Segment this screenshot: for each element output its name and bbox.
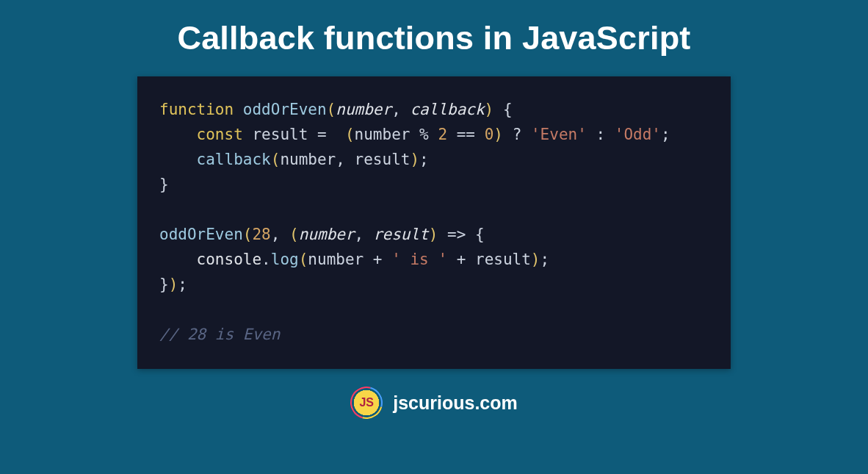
tok-num: 0 xyxy=(485,126,494,143)
tok-brace: { xyxy=(503,101,513,118)
tok-op: + xyxy=(373,251,383,268)
site-name: jscurious.com xyxy=(393,392,518,414)
tok-op: = xyxy=(317,126,327,143)
tok-comma: , xyxy=(336,151,345,168)
code-block: function oddOrEven(number, callback) { c… xyxy=(137,76,731,369)
tok-paren: ( xyxy=(271,151,281,168)
tok-brace: } xyxy=(159,276,169,293)
footer: JS jscurious.com xyxy=(350,387,518,419)
logo-text: JS xyxy=(359,396,374,409)
tok-arrow: => xyxy=(447,226,466,243)
tok-obj: console xyxy=(197,251,262,268)
tok-fnname: oddOrEven xyxy=(243,101,327,118)
page-title: Callback functions in JavaScript xyxy=(177,19,690,57)
tok-comma: , xyxy=(355,226,364,243)
tok-paren: ( xyxy=(327,101,336,118)
tok-paren: ) xyxy=(485,101,494,118)
tok-paren: ( xyxy=(243,226,253,243)
tok-str: 'Odd' xyxy=(615,126,661,143)
tok-comment: // 28 is Even xyxy=(159,326,280,343)
tok-str: 'Even' xyxy=(531,126,587,143)
tok-comma: , xyxy=(391,101,401,118)
tok-paren: ) xyxy=(429,226,438,243)
code-content: function oddOrEven(number, callback) { c… xyxy=(159,97,709,347)
tok-op: + xyxy=(457,251,466,268)
tok-paren: ) xyxy=(531,251,540,268)
tok-op: ? xyxy=(513,126,522,143)
tok-ident: number xyxy=(280,151,336,168)
tok-ident: number xyxy=(355,126,411,143)
tok-paren: ( xyxy=(299,251,308,268)
tok-op: % xyxy=(419,126,429,143)
tok-param: number xyxy=(299,226,355,243)
tok-fnname: oddOrEven xyxy=(159,226,243,243)
tok-num: 2 xyxy=(438,126,447,143)
tok-semi: ; xyxy=(419,151,429,168)
tok-param: callback xyxy=(410,101,484,118)
tok-paren: ( xyxy=(345,126,355,143)
tok-dot: . xyxy=(261,251,271,268)
tok-op: == xyxy=(457,126,475,143)
tok-ident: result xyxy=(252,126,308,143)
tok-paren: ) xyxy=(410,151,419,168)
tok-comma: , xyxy=(271,226,281,243)
tok-param: number xyxy=(336,101,391,118)
tok-kw: const xyxy=(197,126,243,143)
tok-ident: result xyxy=(355,151,411,168)
tok-semi: ; xyxy=(540,251,550,268)
tok-str: ' is ' xyxy=(391,251,447,268)
tok-semi: ; xyxy=(661,126,670,143)
tok-kw: function xyxy=(159,101,234,118)
tok-param: result xyxy=(373,226,429,243)
tok-semi: ; xyxy=(178,276,187,293)
tok-paren: ( xyxy=(289,226,299,243)
js-logo-icon: JS xyxy=(350,387,383,419)
tok-ident: number xyxy=(308,251,364,268)
tok-brace: } xyxy=(159,176,169,193)
tok-call: callback xyxy=(197,151,271,168)
tok-num: 28 xyxy=(252,226,270,243)
tok-paren: ) xyxy=(169,276,178,293)
tok-paren: ) xyxy=(493,126,503,143)
tok-brace: { xyxy=(475,226,485,243)
tok-op: : xyxy=(596,126,605,143)
tok-method: log xyxy=(271,251,299,268)
tok-ident: result xyxy=(475,251,531,268)
